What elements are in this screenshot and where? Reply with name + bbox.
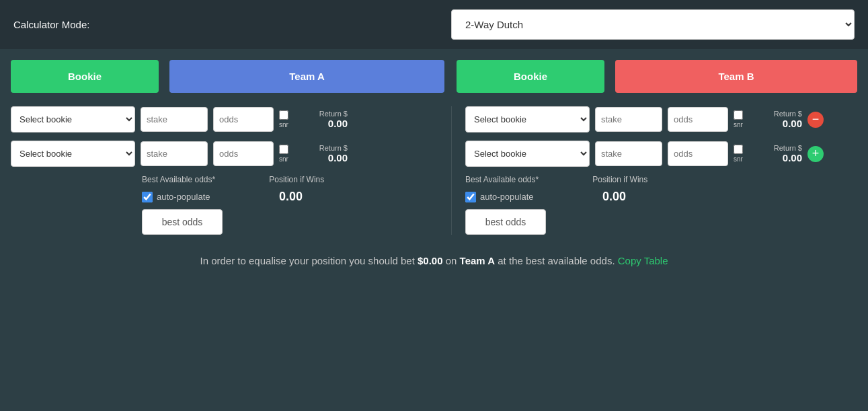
calculator-mode-label: Calculator Mode: <box>13 19 89 30</box>
snr-label-right-1: snr <box>734 121 743 128</box>
snr-label-left-2: snr <box>279 155 288 163</box>
left-auto-populate-label: auto-populate <box>157 192 210 202</box>
right-auto-populate-label: auto-populate <box>480 192 534 202</box>
return-label-right-2: Return $ <box>748 144 802 152</box>
right-best-odds-btn-row: best odds <box>465 209 857 235</box>
bet-row-right-2: Select bookie snr Return $ 0.00 + <box>465 141 857 167</box>
snr-wrapper-right-2: snr <box>734 145 743 163</box>
left-best-odds-btn-row: best odds <box>142 209 444 235</box>
right-position-value: 0.00 <box>588 190 641 204</box>
bookie-select-right-2[interactable]: Select bookie <box>465 141 590 167</box>
snr-label-right-2: snr <box>734 155 743 163</box>
remove-row-button[interactable]: − <box>807 112 824 128</box>
stake-input-left-2[interactable] <box>141 141 208 166</box>
snr-wrapper-left-2: snr <box>279 145 288 163</box>
odds-input-right-2[interactable] <box>668 141 728 166</box>
bookie-select-left-1[interactable]: Select bookie <box>11 106 135 133</box>
return-value-right-1: 0.00 <box>748 118 802 129</box>
bet-area: Select bookie snr Return $ 0.00 Select b… <box>11 106 857 235</box>
odds-input-left-1[interactable] <box>213 107 274 132</box>
right-best-available-label: Best Available odds* <box>465 175 539 184</box>
top-bar: Calculator Mode: 2-Way Dutch 3-Way Dutch… <box>0 0 868 49</box>
right-position-wins-label: Position if Wins <box>592 175 647 184</box>
return-value-left-1: 0.00 <box>294 118 348 129</box>
return-block-left-1: Return $ 0.00 <box>294 110 348 129</box>
left-position-wins-label: Position if Wins <box>269 175 324 184</box>
snr-wrapper-left-1: snr <box>279 110 288 128</box>
left-headers: Bookie Team A <box>11 60 444 93</box>
left-panel: Select bookie snr Return $ 0.00 Select b… <box>11 106 444 235</box>
header-team-b: Team B <box>615 60 857 93</box>
left-best-odds-button[interactable]: best odds <box>142 209 223 235</box>
add-row-button[interactable]: + <box>807 146 824 162</box>
right-odds-area: Best Available odds* Position if Wins au… <box>465 175 857 235</box>
footer-suffix: at the best available odds. <box>498 255 615 266</box>
copy-table-link[interactable]: Copy Table <box>618 255 668 266</box>
bookie-select-left-2[interactable]: Select bookie <box>11 141 135 167</box>
left-position-value: 0.00 <box>264 190 318 204</box>
header-bookie-b: Bookie <box>457 60 604 93</box>
bet-row-right-1: Select bookie snr Return $ 0.00 − <box>465 106 857 133</box>
bookie-select-right-1[interactable]: Select bookie <box>465 106 590 133</box>
snr-label-left-1: snr <box>279 121 288 128</box>
mode-select-wrapper: 2-Way Dutch 3-Way Dutch Lay Dutch Back/L… <box>451 9 855 40</box>
stake-input-left-1[interactable] <box>141 107 208 132</box>
snr-checkbox-right-2[interactable] <box>734 145 743 154</box>
right-best-odds-button[interactable]: best odds <box>465 209 546 235</box>
footer-team: Team A <box>460 255 496 266</box>
return-value-right-2: 0.00 <box>748 152 802 163</box>
return-label-left-2: Return $ <box>294 144 348 152</box>
footer-message: In order to equalise your position you s… <box>11 248 857 273</box>
bet-row-left-2: Select bookie snr Return $ 0.00 <box>11 141 444 167</box>
odds-input-left-2[interactable] <box>213 141 274 166</box>
odds-input-right-1[interactable] <box>668 107 728 132</box>
headers-section: Bookie Team A Bookie Team B <box>11 60 857 93</box>
right-auto-populate-checkbox[interactable] <box>465 192 476 202</box>
calculator-mode-select[interactable]: 2-Way Dutch 3-Way Dutch Lay Dutch Back/L… <box>451 9 855 40</box>
left-auto-populate-row: auto-populate <box>142 192 210 202</box>
left-best-available-label: Best Available odds* <box>142 175 215 184</box>
return-block-left-2: Return $ 0.00 <box>294 144 348 163</box>
right-headers: Bookie Team B <box>450 60 857 93</box>
stake-input-right-1[interactable] <box>595 107 662 132</box>
footer-prefix: In order to equalise your position you s… <box>200 255 414 266</box>
footer-on: on <box>446 255 457 266</box>
return-block-right-1: Return $ 0.00 <box>748 110 802 129</box>
right-auto-populate-row: auto-populate <box>465 192 534 202</box>
main-content: Bookie Team A Bookie Team B Select booki… <box>0 49 868 284</box>
snr-checkbox-right-1[interactable] <box>734 110 743 120</box>
return-block-right-2: Return $ 0.00 <box>748 144 802 163</box>
return-label-left-1: Return $ <box>294 110 348 118</box>
snr-checkbox-left-2[interactable] <box>279 145 288 154</box>
header-team-a: Team A <box>169 60 444 93</box>
panel-divider <box>451 106 452 235</box>
snr-checkbox-left-1[interactable] <box>279 110 288 120</box>
header-bookie-a: Bookie <box>11 60 159 93</box>
return-label-right-1: Return $ <box>748 110 802 118</box>
bet-row-left-1: Select bookie snr Return $ 0.00 <box>11 106 444 133</box>
right-panel: Select bookie snr Return $ 0.00 − Select… <box>459 106 857 235</box>
snr-wrapper-right-1: snr <box>734 110 743 128</box>
footer-amount: $0.00 <box>418 255 443 266</box>
left-auto-populate-checkbox[interactable] <box>142 192 153 202</box>
left-odds-area: Best Available odds* Position if Wins au… <box>11 175 444 235</box>
return-value-left-2: 0.00 <box>294 152 348 163</box>
stake-input-right-2[interactable] <box>595 141 662 166</box>
